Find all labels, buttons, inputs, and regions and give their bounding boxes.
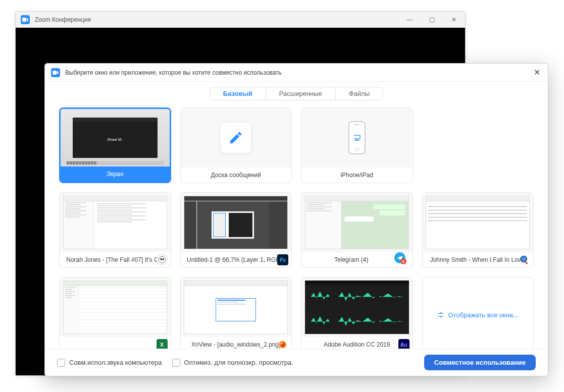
svg-point-3 [521, 256, 527, 262]
share-grid: Илья М. Экран Доска сообщений iPhone/ [45, 107, 548, 349]
tile-label: Adobe Audition CC 2019 [305, 341, 408, 348]
tab-basic[interactable]: Базовый [210, 87, 266, 100]
tile-label: Доска сообщений [185, 172, 288, 179]
magnifier-icon [519, 254, 530, 265]
zoom-logo-icon [21, 15, 30, 24]
tile-label: Norah Jones - [The Fall #07] It's G... [64, 256, 167, 263]
svg-point-6 [281, 343, 285, 347]
more-label: Отображать все окна... [448, 311, 519, 319]
tile-app-telegram[interactable]: Telegram (4) [301, 192, 413, 268]
pencil-icon [228, 130, 243, 145]
tile-show-all-windows[interactable]: Отображать все окна... [422, 277, 534, 349]
dialog-footer: Совм.испол.звука компьютера Оптимиз. для… [45, 349, 548, 376]
minimize-button[interactable]: — [398, 12, 421, 28]
svg-point-2 [162, 258, 164, 260]
tile-label: Telegram (4) [305, 256, 397, 263]
zoom-titlebar: Zoom Конференция — ▢ ✕ [16, 12, 465, 28]
tile-app-xnview[interactable]: XnView - [audio_windows_2.png] [180, 277, 292, 349]
checkbox-share-audio[interactable]: Совм.испол.звука компьютера [57, 359, 162, 367]
photoshop-icon: Ps [277, 254, 288, 265]
close-window-button[interactable]: ✕ [443, 12, 465, 28]
thumb-whiteboard [181, 108, 292, 167]
tile-app-foobar[interactable]: Norah Jones - [The Fall #07] It's G... [59, 192, 171, 268]
tile-screen[interactable]: Илья М. Экран [59, 107, 171, 183]
tile-app-audition[interactable]: Adobe Audition CC 2019 Au [301, 277, 413, 349]
checkbox-label: Совм.испол.звука компьютера [69, 359, 162, 366]
tile-iphone-ipad[interactable]: iPhone/iPad [301, 107, 413, 183]
telegram-icon [394, 252, 405, 263]
svg-point-7 [281, 343, 283, 345]
tile-app-score[interactable]: Johnny Smith - When I Fall In Lov... [422, 192, 534, 268]
checkbox-optimize-fullscreen[interactable]: Оптимиз. для полноэкр. просмотра. [172, 359, 293, 367]
tile-label: iPhone/iPad [305, 172, 408, 179]
tile-label: Экран [65, 171, 166, 178]
xnview-icon [277, 339, 288, 349]
tile-label: Untitled-1 @ 66,7% (Layer 1, RGB... [185, 256, 288, 263]
tile-whiteboard[interactable]: Доска сообщений [180, 107, 292, 183]
svg-rect-4 [525, 261, 528, 264]
checkbox-icon [57, 359, 65, 367]
checkbox-icon [172, 359, 180, 367]
tile-label: Johnny Smith - When I Fall In Lov... [427, 256, 530, 263]
close-icon[interactable]: ✕ [532, 68, 542, 78]
audition-icon: Au [398, 339, 409, 349]
thumb-iphone [301, 108, 413, 167]
tile-app-photoshop[interactable]: Untitled-1 @ 66,7% (Layer 1, RGB... Ps [180, 192, 292, 268]
share-tabs: Базовый Расширенные Файлы [45, 82, 548, 107]
tile-app-excel[interactable]: X [59, 277, 171, 349]
dialog-title: Выберите окно или приложение, которое вы… [65, 69, 532, 76]
checkbox-label: Оптимиз. для полноэкр. просмотра. [184, 359, 293, 366]
svg-point-0 [159, 256, 165, 263]
expand-icon [437, 311, 444, 318]
dialog-header: Выберите окно или приложение, которое вы… [45, 64, 548, 82]
zoom-window-title: Zoom Конференция [35, 16, 91, 23]
foobar-icon [157, 254, 168, 265]
excel-icon: X [157, 339, 168, 349]
tab-files[interactable]: Файлы [336, 87, 383, 100]
share-button[interactable]: Совместное использование [424, 355, 536, 370]
airplay-icon [353, 134, 361, 141]
thumb-user-name: Илья М. [108, 137, 123, 142]
share-screen-dialog: Выберите окно или приложение, которое вы… [44, 63, 548, 376]
tile-label: XnView - [audio_windows_2.png] [185, 341, 288, 348]
tab-advanced[interactable]: Расширенные [266, 87, 336, 100]
maximize-button[interactable]: ▢ [421, 12, 443, 28]
svg-point-1 [160, 258, 162, 260]
zoom-logo-icon [51, 68, 60, 77]
thumb-screen: Илья М. [61, 109, 170, 166]
